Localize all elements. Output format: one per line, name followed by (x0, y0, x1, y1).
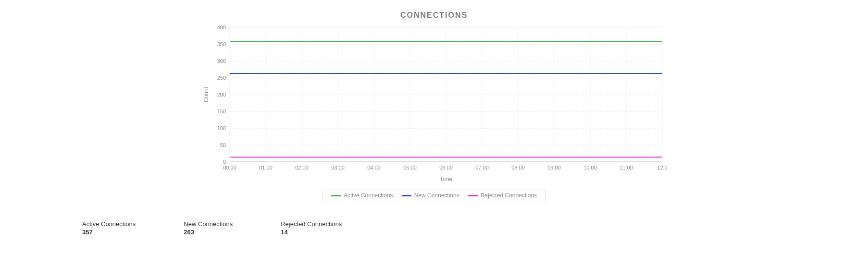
stat-active: Active Connections 357 (82, 220, 136, 236)
svg-text:09:00: 09:00 (547, 165, 561, 170)
svg-text:50: 50 (220, 142, 226, 148)
svg-text:350: 350 (217, 41, 226, 47)
stats-row: Active Connections 357 New Connections 2… (82, 220, 853, 236)
legend-swatch-rejected (468, 195, 478, 196)
legend-swatch-new (402, 195, 411, 196)
connections-panel: CONNECTIONS 05010015020025030035040000:0… (5, 5, 863, 273)
svg-text:10:00: 10:00 (583, 165, 597, 170)
svg-text:04:00: 04:00 (367, 165, 381, 170)
stat-new: New Connections 263 (184, 220, 233, 236)
legend-swatch-active (331, 195, 341, 196)
svg-text:Time: Time (440, 176, 453, 182)
stat-active-value: 357 (82, 229, 136, 236)
chart-title: CONNECTIONS (15, 11, 853, 20)
svg-text:0: 0 (223, 159, 226, 165)
connections-chart: 05010015020025030035040000:0001:0002:000… (196, 23, 672, 186)
stat-rejected-label: Rejected Connections (281, 220, 342, 228)
svg-text:100: 100 (217, 125, 226, 131)
svg-text:05:00: 05:00 (403, 165, 417, 170)
svg-text:02:00: 02:00 (295, 165, 309, 170)
svg-text:150: 150 (217, 109, 226, 114)
legend-box: Active Connections New Connections Rejec… (322, 190, 546, 201)
chart-legend: Active Connections New Connections Rejec… (15, 190, 853, 201)
svg-text:01:00: 01:00 (259, 165, 273, 170)
svg-text:Count: Count (203, 86, 210, 102)
legend-label-rejected: Rejected Connections (481, 192, 537, 199)
svg-text:400: 400 (217, 24, 226, 30)
svg-text:12:0: 12:0 (657, 165, 667, 170)
stat-rejected-value: 14 (281, 229, 342, 236)
svg-text:250: 250 (217, 75, 226, 81)
svg-text:08:00: 08:00 (511, 165, 525, 170)
svg-text:07:00: 07:00 (475, 165, 489, 170)
stat-active-label: Active Connections (82, 220, 136, 228)
svg-text:300: 300 (217, 58, 226, 64)
svg-text:06:00: 06:00 (439, 165, 453, 170)
svg-text:200: 200 (217, 92, 226, 97)
legend-label-new: New Connections (414, 192, 459, 199)
chart-wrap: 05010015020025030035040000:0001:0002:000… (15, 23, 853, 186)
stat-new-value: 263 (184, 229, 233, 236)
legend-item-new: New Connections (402, 192, 459, 199)
stat-rejected: Rejected Connections 14 (281, 220, 342, 236)
svg-text:03:00: 03:00 (331, 165, 345, 170)
svg-text:11:00: 11:00 (620, 165, 633, 170)
svg-text:00:00: 00:00 (223, 165, 236, 170)
stat-new-label: New Connections (184, 220, 233, 228)
legend-label-active: Active Connections (344, 192, 393, 199)
legend-item-active: Active Connections (331, 192, 393, 199)
legend-item-rejected: Rejected Connections (468, 192, 537, 199)
